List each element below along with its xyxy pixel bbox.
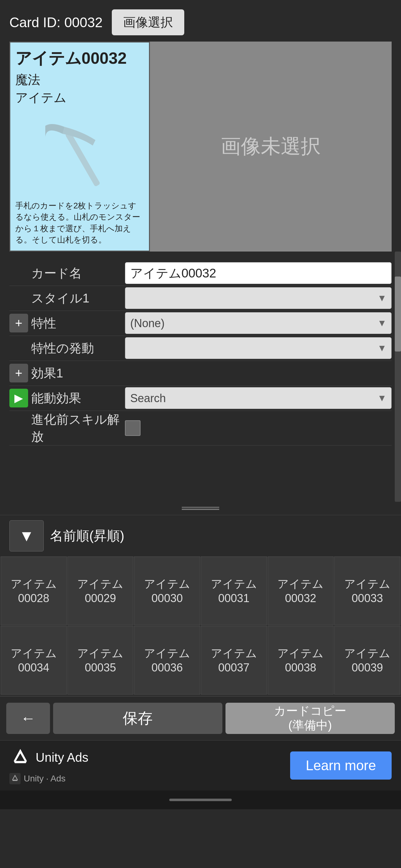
top-section: Card ID: 00032 画像選択 アイテム00032 魔法 アイテム — [0, 0, 401, 251]
list-item[interactable]: アイテム00037 — [201, 626, 267, 694]
pre-evolve-checkbox[interactable] — [125, 420, 140, 436]
card-type2: アイテム — [15, 89, 144, 106]
unity-logo-icon — [9, 747, 31, 769]
learn-more-button[interactable]: Learn more — [290, 751, 392, 780]
form-scrollbar-thumb — [395, 277, 401, 351]
style1-row: スタイル1 ▼ — [9, 286, 392, 311]
unity-small-row: Unity · Ads — [9, 773, 89, 784]
active-effect-select-wrapper: Search ▼ — [125, 387, 392, 409]
unity-ads-branding: Unity Ads Unity · Ads — [9, 747, 89, 784]
list-item[interactable]: アイテム00030 — [134, 556, 200, 625]
sort-down-icon: ▼ — [19, 527, 34, 545]
list-item[interactable]: アイテム00033 — [334, 556, 400, 625]
style1-select-wrapper: ▼ — [125, 287, 392, 309]
card-name-label: カード名 — [31, 265, 125, 282]
drag-handle-lines — [182, 507, 219, 510]
card-name-row: カード名 — [9, 261, 392, 286]
form-section: カード名 スタイル1 ▼ + 特性 (None) ▼ — [0, 251, 401, 502]
card-id-label: Card ID: 00032 — [9, 15, 102, 30]
card-type1: 魔法 — [15, 71, 144, 88]
list-item[interactable]: アイテム00032 — [268, 556, 334, 625]
form-area: カード名 スタイル1 ▼ + 特性 (None) ▼ — [0, 251, 401, 502]
effect1-row: + 効果1 — [9, 361, 392, 386]
active-effect-label: 能動効果 — [31, 390, 125, 407]
pre-evolve-label: 進化前スキル解放 — [31, 411, 125, 445]
ad-banner: Unity Ads Unity · Ads Learn more — [0, 740, 401, 790]
list-item[interactable]: アイテム00034 — [1, 626, 67, 694]
form-spacer — [9, 445, 392, 496]
no-image-placeholder: 画像未選択 — [150, 41, 392, 251]
style1-select[interactable] — [125, 287, 392, 309]
list-item[interactable]: アイテム00035 — [67, 626, 134, 694]
card-preview-title: アイテム00032 — [15, 48, 144, 69]
style1-label: スタイル1 — [31, 290, 125, 307]
card-grid: アイテム00028 アイテム00029 アイテム00030 アイテム00031 … — [0, 556, 401, 694]
card-image-area — [15, 110, 144, 197]
card-name-input[interactable] — [125, 262, 392, 284]
list-item[interactable]: アイテム00039 — [334, 626, 400, 694]
home-indicator — [0, 790, 401, 809]
card-description: 手札のカードを2枚トラッシュするなら使える。山札のモンスターから１枚まで選び、手… — [15, 200, 144, 246]
list-item[interactable]: アイテム00028 — [1, 556, 67, 625]
sort-label: 名前順(昇順) — [50, 527, 124, 545]
trait-trigger-row: 特性の発動 ▼ — [9, 336, 392, 361]
image-select-button[interactable]: 画像選択 — [112, 9, 184, 35]
svg-rect-2 — [9, 773, 21, 784]
no-image-text: 画像未選択 — [221, 133, 321, 160]
trait-trigger-select-wrapper: ▼ — [125, 337, 392, 359]
form-scrollbar[interactable] — [395, 251, 401, 502]
trait-trigger-select[interactable] — [125, 337, 392, 359]
card-preview: アイテム00032 魔法 アイテム 手札のカードを2枚トラッシュするなら使える。… — [9, 41, 150, 251]
effect1-plus-button[interactable]: + — [9, 364, 28, 382]
list-item[interactable]: アイテム00029 — [67, 556, 134, 625]
trait-row: + 特性 (None) ▼ — [9, 311, 392, 336]
unity-small-text: Unity · Ads — [24, 774, 66, 784]
active-effect-select[interactable]: Search — [125, 387, 392, 409]
preview-row: アイテム00032 魔法 アイテム 手札のカードを2枚トラッシュするなら使える。… — [9, 41, 392, 251]
trait-plus-button[interactable]: + — [9, 314, 28, 333]
card-id-row: Card ID: 00032 画像選択 — [9, 9, 392, 35]
drag-handle[interactable] — [0, 502, 401, 515]
trait-label: 特性 — [31, 315, 125, 332]
active-effect-play-button[interactable]: ▶ — [9, 389, 28, 407]
save-button[interactable]: 保存 — [53, 703, 222, 734]
card-copy-button[interactable]: カードコピー (準備中) — [226, 703, 395, 734]
unity-ads-logo: Unity Ads — [9, 747, 89, 769]
back-button[interactable]: ← — [6, 703, 50, 734]
trait-trigger-label: 特性の発動 — [31, 340, 125, 357]
list-item[interactable]: アイテム00038 — [268, 626, 334, 694]
unity-ads-label: Unity Ads — [36, 750, 89, 765]
list-item[interactable]: アイテム00031 — [201, 556, 267, 625]
pre-evolve-row: 進化前スキル解放 — [9, 411, 392, 445]
bottom-toolbar: ← 保存 カードコピー (準備中) — [0, 696, 401, 740]
trait-select[interactable]: (None) — [125, 312, 392, 334]
sort-dropdown-button[interactable]: ▼ — [9, 520, 44, 552]
pickaxe-icon — [45, 110, 114, 197]
effect1-label: 効果1 — [31, 365, 125, 382]
list-item[interactable]: アイテム00036 — [134, 626, 200, 694]
sort-bar: ▼ 名前順(昇順) — [0, 515, 401, 556]
trait-select-wrapper: (None) ▼ — [125, 312, 392, 334]
home-bar — [169, 799, 232, 801]
active-effect-row: ▶ 能動効果 Search ▼ — [9, 386, 392, 411]
unity-small-icon — [9, 773, 21, 784]
